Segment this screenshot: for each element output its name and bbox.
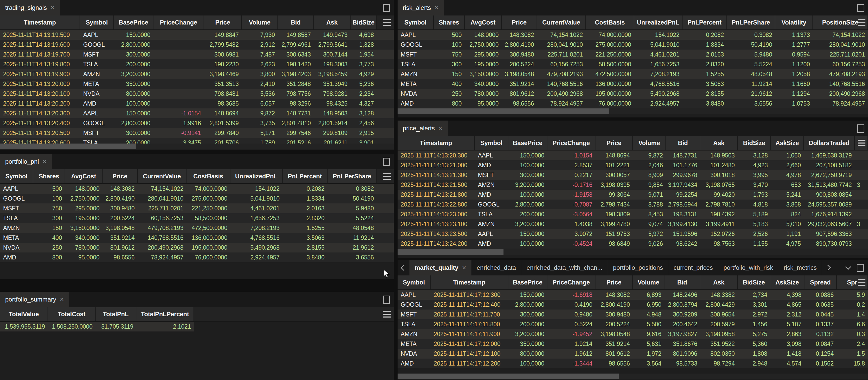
horizontal-scrollbar[interactable] (398, 374, 868, 379)
table-row[interactable]: 2025-11-11T14:13:22.800GOOGL2,800.0000-0… (398, 200, 868, 209)
table-row[interactable]: 2025-11-11T14:13:19.700MSFT300.0000300.6… (0, 49, 394, 59)
tab-risk-metrics[interactable]: risk_metrics (778, 260, 822, 275)
column-header-ask[interactable]: Ask (700, 275, 738, 289)
column-header-timestamp[interactable]: Timestamp (431, 275, 508, 289)
tab-enriched-data[interactable]: enriched_data (471, 260, 521, 275)
tab-trading-signals[interactable]: trading_signals× (0, 0, 60, 15)
column-header-avgcost[interactable]: AvgCost (65, 169, 102, 183)
column-header-symbol[interactable]: Symbol (0, 169, 33, 183)
table-row[interactable]: 2025-11-11T14:13:19.500AAPL150.0000149.8… (0, 30, 394, 40)
table-row[interactable]: 2025-11-11T14:13:19.600GOOGL2,800.00002,… (0, 40, 394, 49)
column-header-timestamp[interactable]: Timestamp (0, 15, 80, 29)
table-row[interactable]: AMD80095.000098.655678,924.495776,000.00… (398, 99, 868, 108)
maximize-icon[interactable] (383, 158, 390, 166)
scrollbar-thumb[interactable] (398, 374, 619, 379)
tab-portfolio-positions[interactable]: portfolio_positions (608, 260, 668, 275)
tab-risk-alerts[interactable]: risk_alerts× (398, 0, 444, 15)
column-header-bidsize[interactable]: BidSize (350, 15, 377, 29)
horizontal-scrollbar[interactable] (398, 249, 868, 255)
close-icon[interactable]: × (60, 296, 64, 303)
column-header-asksize[interactable]: AskSize (771, 136, 804, 150)
tab-portfolio-pnl[interactable]: portfolio_pnl× (0, 154, 52, 169)
table-row[interactable]: NVDA250780.0000801.9612200,490.2968195,0… (0, 243, 394, 252)
tab-overflow-button[interactable] (842, 260, 854, 275)
table-row[interactable]: META2025-11-11T14:17:12.000350.00001.921… (398, 339, 868, 349)
tab-enriched-data-with-chan[interactable]: enriched_data_with_chan... (521, 260, 608, 275)
column-header-pnlpershare[interactable]: PnLPerShare (727, 15, 775, 29)
table-row[interactable]: 2025-11-11T14:13:23.100AMZN3,200.00001.4… (398, 219, 868, 229)
horizontal-scrollbar[interactable] (0, 143, 394, 149)
table-row[interactable]: 2025-11-11T14:13:21.300MSFT300.00000.221… (398, 170, 868, 180)
table-row[interactable]: GOOGL1002,750.00002,800.4190280,041.9010… (398, 40, 868, 49)
table-row[interactable]: AMZN2025-11-11T14:17:11.9003,200.0000-1.… (398, 329, 868, 339)
tab-current-prices[interactable]: current_prices (668, 260, 718, 275)
table-row[interactable]: AMD80095.000098.655678,924.495776,000.00… (0, 252, 394, 262)
column-header-bidsize[interactable]: BidSize (738, 136, 771, 150)
column-header-avgcost[interactable]: AvgCost (465, 15, 502, 29)
scrollbar-thumb[interactable] (398, 108, 609, 114)
column-header-unrealizedpnl[interactable]: UnrealizedPnL (634, 15, 683, 29)
maximize-icon[interactable] (383, 296, 390, 304)
table-row[interactable]: TSLA300195.0000200.522460,156.725358,500… (398, 59, 868, 69)
table-row[interactable]: 2025-11-11T14:13:20.600TSLA200.00003.347… (0, 138, 394, 144)
column-header-shares[interactable]: Shares (33, 169, 65, 183)
table-row[interactable]: 2025-11-11T14:13:20.300AAPL150.0000-1.01… (398, 150, 868, 160)
tab-portfolio-summary[interactable]: portfolio_summary× (0, 292, 69, 307)
column-header-baseprice[interactable]: BasePrice (508, 136, 548, 150)
column-header-price[interactable]: Price (595, 136, 633, 150)
table-row[interactable]: MSFT750295.0000300.9480225,711.0201221,2… (0, 203, 394, 213)
table-row[interactable]: META400340.0000351.9214140,768.5516136,0… (0, 233, 394, 243)
close-icon[interactable]: × (438, 125, 442, 132)
table-row[interactable]: NVDA2025-11-11T14:17:12.100800.00001.961… (398, 349, 868, 358)
table-row[interactable]: 2025-11-11T14:13:21.000AMD100.00002.8537… (398, 160, 868, 170)
column-header-ask[interactable]: Ask (700, 136, 738, 150)
column-menu-icon[interactable] (383, 19, 391, 26)
column-header-bidsize[interactable]: BidSize (738, 275, 770, 289)
table-row[interactable]: TSLA300195.0000200.522460,156.725358,500… (0, 213, 394, 223)
column-menu-icon[interactable] (858, 140, 865, 146)
table-row[interactable]: 2025-11-11T14:13:20.300AAPL150.0000-1.01… (0, 108, 394, 118)
column-header-symbol[interactable]: Symbol (398, 15, 434, 29)
column-menu-icon[interactable] (383, 173, 391, 180)
column-header-pricechange[interactable]: PriceChange (153, 15, 204, 29)
column-header-timestamp[interactable]: Timestamp (398, 136, 475, 150)
table-row[interactable]: GOOGL1002,750.00002,800.4190280,041.9010… (0, 194, 394, 203)
column-header-pnlpercent[interactable]: PnLPercent (283, 169, 328, 183)
column-header-volume[interactable]: Volume (633, 136, 666, 150)
table-row[interactable]: 2025-11-11T14:13:20.500MSFT300.0000-0.91… (0, 128, 394, 138)
table-row[interactable]: 2025-11-11T14:13:20.400GOOGL2,800.00001.… (0, 118, 394, 128)
table-row[interactable]: 2025-11-11T14:13:24.200AMD100.0000-0.452… (398, 239, 868, 249)
column-header-volatility[interactable]: Volatility (775, 15, 813, 29)
column-header-symbol[interactable]: Symbol (80, 15, 114, 29)
column-header-volume[interactable]: Volume (242, 15, 278, 29)
table-row[interactable]: 1,539,955.31191,508,250.000031,705.31192… (0, 322, 194, 332)
maximize-icon[interactable] (857, 125, 864, 133)
column-header-costbasis[interactable]: CostBasis (586, 15, 634, 29)
table-row[interactable]: 2025-11-11T14:13:20.100NVDA800.0000798.8… (0, 89, 394, 99)
column-header-pricechange[interactable]: PriceChange (548, 275, 595, 289)
maximize-icon[interactable] (857, 264, 864, 272)
table-row[interactable]: 2025-11-11T14:13:19.800TSLA200.0000198.2… (0, 59, 394, 69)
column-header-pricechange[interactable]: PriceChange (548, 136, 595, 150)
table-row[interactable]: TSLA2025-11-11T14:17:11.800200.00000.522… (398, 319, 868, 329)
scrollbar-thumb[interactable] (398, 249, 503, 255)
column-header-spread[interactable]: Spread (804, 275, 837, 289)
tab-portfolio-with-risk[interactable]: portfolio_with_risk (718, 260, 778, 275)
table-row[interactable]: MSFT750295.0000300.9480225,711.0201221,2… (398, 49, 868, 59)
maximize-icon[interactable] (857, 4, 864, 12)
tab-market-quality[interactable]: market_quality× (409, 260, 471, 275)
column-header-symbol[interactable]: Symbol (398, 275, 431, 289)
close-icon[interactable]: × (51, 4, 55, 11)
tab-scroll-right-button[interactable] (822, 260, 834, 275)
column-header-price[interactable]: Price (595, 275, 633, 289)
column-header-baseprice[interactable]: BasePrice (114, 15, 153, 29)
column-header-price[interactable]: Price (204, 15, 242, 29)
column-header-currentvalue[interactable]: CurrentValue (138, 169, 187, 183)
close-icon[interactable]: × (462, 264, 466, 271)
column-header-dollarstraded[interactable]: DollarsTraded (804, 136, 855, 150)
table-row[interactable]: AAPL500148.0000148.308274,154.102274,000… (0, 184, 394, 194)
column-header-baseprice[interactable]: BasePrice (508, 275, 548, 289)
column-header-totalvalue[interactable]: TotalValue (0, 307, 48, 321)
table-row[interactable]: 2025-11-11T14:13:21.500AMZN3,200.0000-0.… (398, 180, 868, 190)
table-row[interactable]: AMD2025-11-11T14:17:12.200100.0000-1.344… (398, 358, 868, 368)
